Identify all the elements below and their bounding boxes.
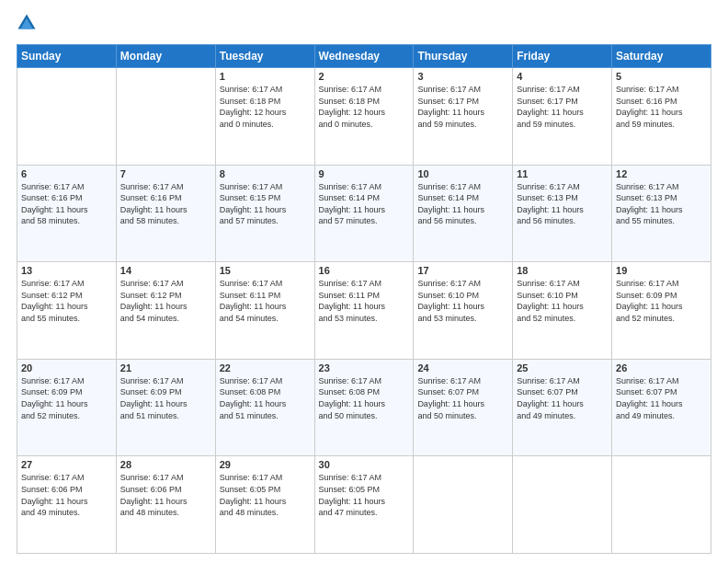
calendar-cell xyxy=(612,456,711,554)
calendar-week-row: 1Sunrise: 6:17 AM Sunset: 6:18 PM Daylig… xyxy=(17,68,711,166)
cell-info: Sunrise: 6:17 AM Sunset: 6:18 PM Dayligh… xyxy=(319,84,410,130)
page: SundayMondayTuesdayWednesdayThursdayFrid… xyxy=(0,0,728,563)
cell-info: Sunrise: 6:17 AM Sunset: 6:09 PM Dayligh… xyxy=(120,375,211,421)
calendar-cell xyxy=(513,456,612,554)
cell-info: Sunrise: 6:17 AM Sunset: 6:11 PM Dayligh… xyxy=(319,278,410,324)
cell-day-number: 15 xyxy=(220,265,311,276)
calendar-day-header: Friday xyxy=(513,45,612,68)
cell-day-number: 3 xyxy=(417,71,508,82)
cell-day-number: 7 xyxy=(120,168,211,179)
calendar-day-header: Wednesday xyxy=(314,45,414,68)
cell-info: Sunrise: 6:17 AM Sunset: 6:10 PM Dayligh… xyxy=(517,278,608,324)
calendar-cell: 8Sunrise: 6:17 AM Sunset: 6:15 PM Daylig… xyxy=(215,165,314,262)
cell-day-number: 26 xyxy=(616,362,707,373)
cell-info: Sunrise: 6:17 AM Sunset: 6:10 PM Dayligh… xyxy=(417,278,508,324)
calendar-day-header: Thursday xyxy=(414,45,513,68)
cell-info: Sunrise: 6:17 AM Sunset: 6:17 PM Dayligh… xyxy=(517,84,608,130)
cell-day-number: 14 xyxy=(120,265,211,276)
cell-info: Sunrise: 6:17 AM Sunset: 6:14 PM Dayligh… xyxy=(417,181,508,227)
logo-icon xyxy=(17,13,37,33)
cell-day-number: 18 xyxy=(517,265,608,276)
calendar-cell xyxy=(116,68,215,166)
cell-info: Sunrise: 6:17 AM Sunset: 6:09 PM Dayligh… xyxy=(616,278,707,324)
cell-info: Sunrise: 6:17 AM Sunset: 6:07 PM Dayligh… xyxy=(517,375,608,421)
calendar-day-header: Sunday xyxy=(17,45,117,68)
cell-info: Sunrise: 6:17 AM Sunset: 6:16 PM Dayligh… xyxy=(120,181,211,227)
calendar-week-row: 6Sunrise: 6:17 AM Sunset: 6:16 PM Daylig… xyxy=(17,165,711,262)
calendar-cell: 3Sunrise: 6:17 AM Sunset: 6:17 PM Daylig… xyxy=(414,68,513,166)
calendar-cell: 26Sunrise: 6:17 AM Sunset: 6:07 PM Dayli… xyxy=(612,359,711,456)
calendar-cell: 4Sunrise: 6:17 AM Sunset: 6:17 PM Daylig… xyxy=(513,68,612,166)
calendar-cell: 23Sunrise: 6:17 AM Sunset: 6:08 PM Dayli… xyxy=(314,359,414,456)
calendar-cell: 17Sunrise: 6:17 AM Sunset: 6:10 PM Dayli… xyxy=(414,262,513,360)
calendar-cell: 24Sunrise: 6:17 AM Sunset: 6:07 PM Dayli… xyxy=(414,359,513,456)
cell-info: Sunrise: 6:17 AM Sunset: 6:06 PM Dayligh… xyxy=(21,472,112,518)
cell-info: Sunrise: 6:17 AM Sunset: 6:08 PM Dayligh… xyxy=(319,375,410,421)
cell-day-number: 5 xyxy=(616,71,707,82)
cell-day-number: 11 xyxy=(517,168,608,179)
logo xyxy=(17,17,39,33)
cell-day-number: 27 xyxy=(21,459,112,470)
calendar-cell: 9Sunrise: 6:17 AM Sunset: 6:14 PM Daylig… xyxy=(314,165,414,262)
calendar-cell xyxy=(17,68,117,166)
cell-day-number: 24 xyxy=(417,362,508,373)
cell-info: Sunrise: 6:17 AM Sunset: 6:16 PM Dayligh… xyxy=(616,84,707,130)
calendar-cell: 14Sunrise: 6:17 AM Sunset: 6:12 PM Dayli… xyxy=(116,262,215,360)
calendar-cell: 30Sunrise: 6:17 AM Sunset: 6:05 PM Dayli… xyxy=(314,456,414,554)
calendar-day-header: Saturday xyxy=(612,45,711,68)
cell-info: Sunrise: 6:17 AM Sunset: 6:17 PM Dayligh… xyxy=(417,84,508,130)
cell-info: Sunrise: 6:17 AM Sunset: 6:09 PM Dayligh… xyxy=(21,375,112,421)
calendar-cell: 29Sunrise: 6:17 AM Sunset: 6:05 PM Dayli… xyxy=(215,456,314,554)
cell-day-number: 22 xyxy=(220,362,311,373)
calendar-cell: 12Sunrise: 6:17 AM Sunset: 6:13 PM Dayli… xyxy=(612,165,711,262)
cell-day-number: 20 xyxy=(21,362,112,373)
cell-info: Sunrise: 6:17 AM Sunset: 6:05 PM Dayligh… xyxy=(220,472,311,518)
calendar-cell: 16Sunrise: 6:17 AM Sunset: 6:11 PM Dayli… xyxy=(314,262,414,360)
cell-info: Sunrise: 6:17 AM Sunset: 6:12 PM Dayligh… xyxy=(21,278,112,324)
calendar-cell: 18Sunrise: 6:17 AM Sunset: 6:10 PM Dayli… xyxy=(513,262,612,360)
cell-day-number: 21 xyxy=(120,362,211,373)
calendar-cell: 22Sunrise: 6:17 AM Sunset: 6:08 PM Dayli… xyxy=(215,359,314,456)
cell-day-number: 6 xyxy=(21,168,112,179)
cell-day-number: 30 xyxy=(319,459,410,470)
cell-day-number: 2 xyxy=(319,71,410,82)
cell-info: Sunrise: 6:17 AM Sunset: 6:13 PM Dayligh… xyxy=(616,181,707,227)
cell-info: Sunrise: 6:17 AM Sunset: 6:11 PM Dayligh… xyxy=(220,278,311,324)
cell-day-number: 25 xyxy=(517,362,608,373)
calendar-cell: 1Sunrise: 6:17 AM Sunset: 6:18 PM Daylig… xyxy=(215,68,314,166)
cell-day-number: 28 xyxy=(120,459,211,470)
calendar-day-header: Tuesday xyxy=(215,45,314,68)
cell-day-number: 19 xyxy=(616,265,707,276)
calendar-table: SundayMondayTuesdayWednesdayThursdayFrid… xyxy=(17,44,711,554)
cell-day-number: 16 xyxy=(319,265,410,276)
calendar-week-row: 27Sunrise: 6:17 AM Sunset: 6:06 PM Dayli… xyxy=(17,456,711,554)
calendar-cell: 13Sunrise: 6:17 AM Sunset: 6:12 PM Dayli… xyxy=(17,262,117,360)
cell-info: Sunrise: 6:17 AM Sunset: 6:18 PM Dayligh… xyxy=(220,84,311,130)
cell-day-number: 8 xyxy=(220,168,311,179)
calendar-cell: 21Sunrise: 6:17 AM Sunset: 6:09 PM Dayli… xyxy=(116,359,215,456)
calendar-cell: 20Sunrise: 6:17 AM Sunset: 6:09 PM Dayli… xyxy=(17,359,117,456)
calendar-day-header: Monday xyxy=(116,45,215,68)
cell-info: Sunrise: 6:17 AM Sunset: 6:16 PM Dayligh… xyxy=(21,181,112,227)
calendar-cell: 11Sunrise: 6:17 AM Sunset: 6:13 PM Dayli… xyxy=(513,165,612,262)
calendar-week-row: 13Sunrise: 6:17 AM Sunset: 6:12 PM Dayli… xyxy=(17,262,711,360)
cell-info: Sunrise: 6:17 AM Sunset: 6:15 PM Dayligh… xyxy=(220,181,311,227)
cell-info: Sunrise: 6:17 AM Sunset: 6:08 PM Dayligh… xyxy=(220,375,311,421)
calendar-cell xyxy=(414,456,513,554)
cell-info: Sunrise: 6:17 AM Sunset: 6:06 PM Dayligh… xyxy=(120,472,211,518)
cell-info: Sunrise: 6:17 AM Sunset: 6:05 PM Dayligh… xyxy=(319,472,410,518)
calendar-header-row: SundayMondayTuesdayWednesdayThursdayFrid… xyxy=(17,45,711,68)
cell-info: Sunrise: 6:17 AM Sunset: 6:07 PM Dayligh… xyxy=(417,375,508,421)
cell-day-number: 10 xyxy=(417,168,508,179)
cell-day-number: 29 xyxy=(220,459,311,470)
calendar-cell: 28Sunrise: 6:17 AM Sunset: 6:06 PM Dayli… xyxy=(116,456,215,554)
cell-day-number: 12 xyxy=(616,168,707,179)
calendar-cell: 10Sunrise: 6:17 AM Sunset: 6:14 PM Dayli… xyxy=(414,165,513,262)
cell-info: Sunrise: 6:17 AM Sunset: 6:12 PM Dayligh… xyxy=(120,278,211,324)
calendar-cell: 7Sunrise: 6:17 AM Sunset: 6:16 PM Daylig… xyxy=(116,165,215,262)
cell-info: Sunrise: 6:17 AM Sunset: 6:13 PM Dayligh… xyxy=(517,181,608,227)
calendar-cell: 27Sunrise: 6:17 AM Sunset: 6:06 PM Dayli… xyxy=(17,456,117,554)
cell-day-number: 4 xyxy=(517,71,608,82)
cell-info: Sunrise: 6:17 AM Sunset: 6:07 PM Dayligh… xyxy=(616,375,707,421)
cell-day-number: 9 xyxy=(319,168,410,179)
